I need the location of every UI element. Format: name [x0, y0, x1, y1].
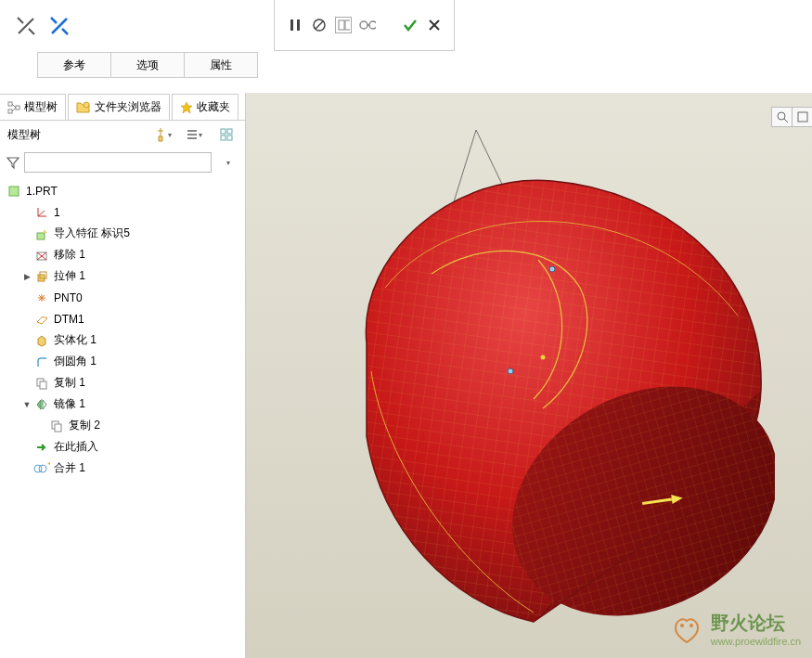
tree-node-mirror[interactable]: ▼ 镜像 1 [0, 394, 245, 415]
svg-rect-27 [221, 129, 226, 134]
show-dropdown[interactable]: ▾ [182, 124, 206, 145]
filter-dropdown[interactable]: ▾ [215, 152, 239, 173]
pause-icon[interactable] [287, 17, 303, 33]
filter-row: ▾ [0, 148, 245, 176]
tree-node-import[interactable]: 导入特征 标识5 [0, 223, 245, 244]
tree-node-point[interactable]: PNT0 [0, 287, 245, 308]
node-label: 复制 2 [69, 418, 100, 433]
copy-icon [48, 418, 65, 434]
model-geometry [292, 130, 775, 650]
tree-node-extrude[interactable]: ▶ 拉伸 1 [0, 265, 245, 287]
svg-line-54 [784, 119, 788, 123]
node-label: 在此插入 [54, 439, 98, 455]
svg-marker-23 [181, 102, 192, 113]
tree-node-solidify[interactable]: 实体化 1 [0, 329, 245, 351]
expander [20, 291, 33, 304]
tree-node-round[interactable]: 倒圆角 1 [0, 351, 245, 372]
tree-icon [7, 101, 20, 114]
preview-icon[interactable] [335, 17, 352, 33]
svg-rect-31 [9, 187, 19, 196]
svg-rect-19 [16, 106, 19, 110]
accept-icon[interactable] [402, 17, 419, 33]
svg-line-9 [316, 21, 323, 29]
refit-icon[interactable] [792, 107, 812, 127]
watermark-title: 野火论坛 [711, 611, 801, 636]
node-label: DTM1 [54, 313, 84, 326]
cancel-icon[interactable] [426, 17, 443, 33]
svg-point-53 [778, 112, 785, 120]
svg-point-51 [39, 465, 46, 472]
no-entry-icon[interactable] [311, 17, 328, 33]
tab-label: 参考 [63, 58, 85, 73]
svg-line-4 [51, 18, 57, 23]
tab-options[interactable]: 选项 [110, 52, 185, 78]
tree-node-csys[interactable]: 1 [0, 201, 245, 223]
datum-icon [33, 311, 50, 328]
glasses-icon[interactable] [359, 17, 376, 33]
expander [20, 313, 33, 326]
svg-line-1 [18, 18, 23, 23]
tree-node-insert-here[interactable]: 在此插入 [0, 436, 245, 458]
svg-rect-28 [227, 129, 232, 134]
svg-rect-6 [290, 19, 293, 31]
settings-dropdown[interactable] [213, 124, 238, 145]
tab-favorites[interactable]: 收藏夹 [172, 94, 238, 120]
node-label: 实体化 1 [54, 332, 97, 348]
svg-rect-29 [221, 135, 226, 140]
tab-reference[interactable]: 参考 [37, 52, 111, 78]
trim-icon[interactable] [14, 14, 38, 38]
zoom-fit-icon[interactable] [771, 107, 792, 127]
tools-dropdown[interactable]: ▾ [150, 124, 174, 145]
expander [20, 355, 33, 368]
tree-root[interactable]: 1.PRT [0, 180, 245, 201]
tree-title: 模型树 [7, 127, 143, 143]
svg-point-62 [541, 355, 546, 360]
svg-rect-11 [345, 20, 350, 30]
node-label: 移除 1 [54, 247, 85, 263]
svg-text:✦: ✦ [46, 462, 50, 471]
tree-node-copy2[interactable]: 复制 2 [0, 415, 245, 436]
import-icon [33, 226, 50, 242]
svg-rect-26 [187, 137, 197, 139]
panel-tabs: 模型树 文件夹浏览器 收藏夹 [0, 93, 245, 121]
node-label: 1 [54, 206, 60, 219]
tab-model-tree[interactable]: 模型树 [0, 94, 66, 120]
node-label: 合并 1 [54, 460, 85, 476]
tree-node-copy1[interactable]: 复制 1 [0, 372, 245, 394]
extend-icon[interactable] [47, 14, 71, 38]
graphics-viewport[interactable]: 野火论坛 www.proewildfire.cn [246, 93, 812, 658]
svg-rect-30 [227, 135, 232, 140]
tree-node-remove[interactable]: 移除 1 [0, 244, 245, 265]
svg-line-34 [38, 211, 45, 216]
tree-node-datum[interactable]: DTM1 [0, 308, 245, 329]
round-icon [33, 354, 50, 370]
expander [20, 462, 33, 475]
tab-attributes[interactable]: 属性 [184, 52, 258, 78]
svg-point-65 [680, 624, 684, 627]
svg-point-13 [369, 21, 376, 29]
svg-rect-49 [55, 424, 61, 432]
expander [20, 441, 33, 454]
svg-point-12 [360, 21, 367, 29]
svg-rect-55 [798, 112, 807, 122]
expander [20, 334, 33, 347]
expander [20, 206, 33, 219]
expander-expanded[interactable]: ▼ [20, 398, 33, 411]
sketch-tool-group [0, 0, 274, 51]
filter-icon[interactable] [6, 155, 20, 170]
tree-node-merge[interactable]: ✦ 合并 1 [0, 458, 245, 479]
expander-collapsed[interactable]: ▶ [20, 270, 33, 283]
viewport-controls [771, 107, 812, 127]
tab-file-browser[interactable]: 文件夹浏览器 [68, 94, 170, 120]
filter-input[interactable] [24, 152, 212, 173]
star-icon [180, 101, 193, 114]
svg-point-66 [690, 624, 693, 627]
svg-point-61 [508, 368, 513, 374]
node-label: 复制 1 [54, 375, 85, 391]
svg-rect-25 [187, 134, 197, 135]
tab-label: 收藏夹 [197, 99, 230, 115]
part-icon [6, 183, 22, 200]
watermark: 野火论坛 www.proewildfire.cn [668, 610, 801, 647]
svg-rect-18 [8, 110, 12, 113]
expander [20, 249, 33, 262]
